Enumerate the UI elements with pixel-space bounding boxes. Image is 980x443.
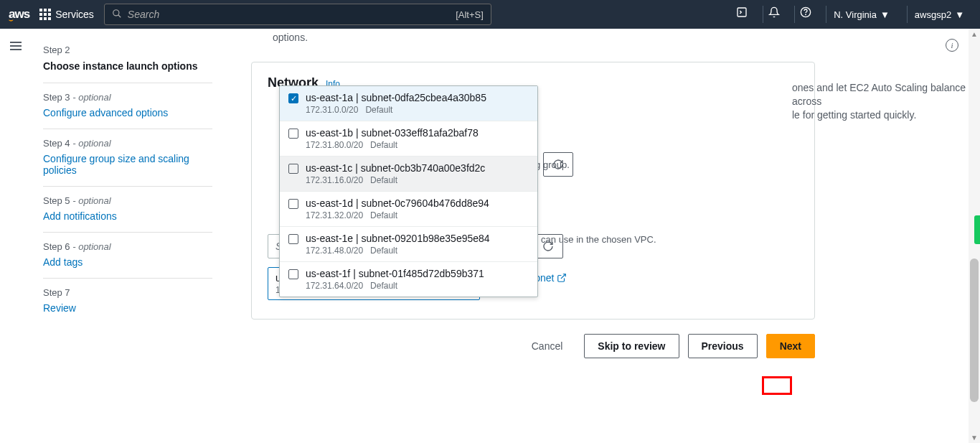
side-drawer-toggle[interactable] <box>10 39 22 52</box>
checkbox-icon <box>288 129 298 139</box>
svg-point-4 <box>805 14 806 15</box>
wizard-footer: Cancel Skip to review Previous Next <box>251 334 815 358</box>
search-icon <box>112 9 122 21</box>
subnet-option-us-east-1c[interactable]: us-east-1c | subnet-0cb3b740a00e3fd2c172… <box>280 157 537 192</box>
search-shortcut: [Alt+S] <box>456 9 484 20</box>
external-link-icon <box>557 273 567 283</box>
subnet-option-us-east-1a[interactable]: us-east-1a | subnet-0dfa25cbea4a30b85172… <box>280 86 537 121</box>
search-placeholder: Search <box>128 9 159 20</box>
next-button[interactable]: Next <box>766 334 815 358</box>
services-menu[interactable]: Services <box>39 9 94 20</box>
az-helper: up can use in the chosen VPC. <box>528 234 656 245</box>
checkbox-icon <box>288 164 298 174</box>
truncated-text: options. <box>273 29 958 49</box>
skip-to-review-button[interactable]: Skip to review <box>584 334 679 358</box>
region-selector[interactable]: N. Virginia▼ <box>826 6 897 23</box>
top-navbar: aws ⌣ Services Search [Alt+S] N. Virgini… <box>0 0 980 29</box>
global-search[interactable]: Search [Alt+S] <box>104 4 491 25</box>
checkbox-icon <box>288 269 298 279</box>
scroll-down-icon: ▼ <box>971 434 978 442</box>
wizard-step-4[interactable]: Step 4 - optional Configure group size a… <box>43 129 212 187</box>
wizard-step-3[interactable]: Step 3 - optional Configure advanced opt… <box>43 83 212 129</box>
scroll-thumb[interactable] <box>970 258 979 402</box>
chevron-down-icon: ▼ <box>955 9 964 20</box>
account-menu[interactable]: awsgsp2▼ <box>907 6 971 23</box>
wizard-step-6[interactable]: Step 6 - optional Add tags <box>43 233 212 279</box>
wizard-step-2: Step 2 Choose instance launch options <box>43 36 212 83</box>
wizard-step-7[interactable]: Step 7 Review <box>43 279 212 324</box>
cancel-button[interactable]: Cancel <box>519 334 576 358</box>
az-subnet-dropdown[interactable]: us-east-1a | subnet-0dfa25cbea4a30b85172… <box>279 85 538 297</box>
wizard-steps-sidebar: Step 2 Choose instance launch options St… <box>29 29 230 443</box>
checkbox-icon <box>288 199 298 209</box>
feedback-tab[interactable] <box>974 215 980 244</box>
help-icon[interactable] <box>794 6 816 23</box>
subnet-option-us-east-1d[interactable]: us-east-1d | subnet-0c79604b476dd8e94172… <box>280 192 537 227</box>
services-grid-icon <box>39 9 51 20</box>
cloudshell-icon[interactable] <box>731 6 753 23</box>
subnet-option-us-east-1f[interactable]: us-east-1f | subnet-01f485d72db59b371172… <box>280 262 537 297</box>
checkbox-icon <box>288 93 298 103</box>
checkbox-icon <box>288 234 298 244</box>
svg-line-5 <box>561 274 565 279</box>
chevron-down-icon: ▼ <box>880 9 890 20</box>
network-description: ones and let EC2 Auto Scaling balance yo… <box>792 81 980 122</box>
aws-logo: aws ⌣ <box>9 7 29 22</box>
svg-line-1 <box>118 14 121 17</box>
subnet-option-us-east-1e[interactable]: us-east-1e | subnet-09201b98e35e95e84172… <box>280 227 537 262</box>
notifications-icon[interactable] <box>763 6 784 23</box>
svg-point-0 <box>113 9 119 15</box>
scroll-up-icon: ▲ <box>971 30 978 38</box>
wizard-step-5[interactable]: Step 5 - optional Add notifications <box>43 187 212 233</box>
subnet-option-us-east-1b[interactable]: us-east-1b | subnet-033eff81afa2baf78172… <box>280 121 537 157</box>
previous-button[interactable]: Previous <box>688 334 758 358</box>
